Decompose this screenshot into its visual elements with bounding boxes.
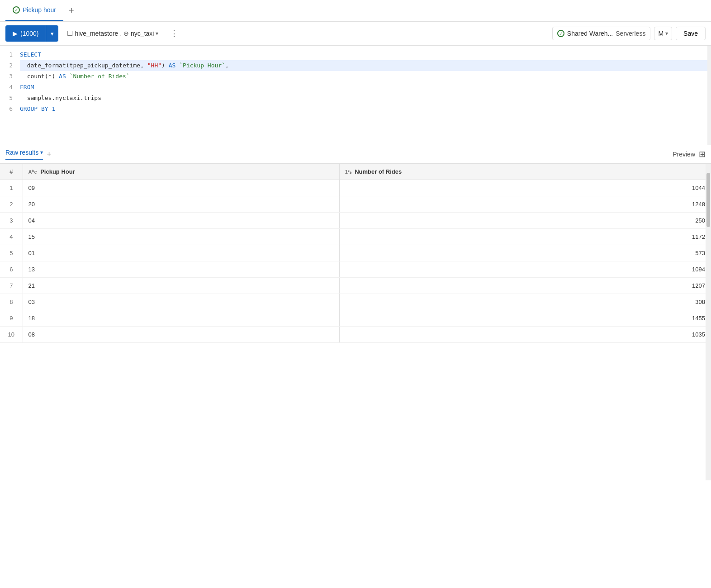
cell-pickup-hour: 15 xyxy=(23,229,339,245)
run-dropdown-button[interactable]: ▾ xyxy=(46,25,58,42)
size-label: M xyxy=(658,30,664,37)
cell-rownum: 7 xyxy=(0,278,23,294)
table-row: 10 08 1035 xyxy=(0,327,711,343)
preview-button[interactable]: Preview xyxy=(673,151,695,158)
scrollbar-thumb[interactable] xyxy=(706,173,710,227)
raw-results-tab[interactable]: Raw results ▾ xyxy=(5,149,43,160)
col-header-rownum: # xyxy=(0,164,23,180)
code-content[interactable]: SELECT date_format(tpep_pickup_datetime,… xyxy=(18,46,711,145)
results-scrollbar[interactable] xyxy=(706,164,711,480)
line-numbers: 1 2 3 4 5 6 xyxy=(0,46,18,145)
warehouse-check-icon: ✓ xyxy=(557,30,564,37)
cell-num-rides: 1172 xyxy=(339,229,711,245)
db-chevron-icon: ▾ xyxy=(156,30,158,37)
serverless-label: Serverless xyxy=(616,30,645,37)
cell-num-rides: 308 xyxy=(339,294,711,310)
cell-num-rides: 573 xyxy=(339,245,711,261)
cell-pickup-hour: 21 xyxy=(23,278,339,294)
code-line-2: date_format(tpep_pickup_datetime, "HH") … xyxy=(20,60,711,71)
tab-bar: ✓ Pickup hour + xyxy=(0,0,711,22)
tab-check-icon: ✓ xyxy=(13,6,20,14)
cell-num-rides: 1207 xyxy=(339,278,711,294)
table-row: 6 13 1094 xyxy=(0,261,711,278)
code-line-4: FROM xyxy=(20,82,711,93)
tab-pickup-hour[interactable]: ✓ Pickup hour xyxy=(5,0,63,21)
warehouse-label: Shared Wareh... xyxy=(567,30,613,37)
cell-num-rides: 250 xyxy=(339,213,711,229)
table-row: 2 20 1248 xyxy=(0,196,711,213)
schema-icon: ⊖ xyxy=(123,30,129,37)
cell-pickup-hour: 09 xyxy=(23,180,339,196)
results-table-wrap[interactable]: # Aᴮc Pickup Hour 1²₃ Number of Rides 1 … xyxy=(0,164,711,480)
code-editor[interactable]: 1 2 3 4 5 6 SELECT date_format(tpep_pick… xyxy=(0,46,711,145)
cell-num-rides: 1035 xyxy=(339,327,711,343)
cell-pickup-hour: 03 xyxy=(23,294,339,310)
run-button[interactable]: ▶ (1000) xyxy=(5,25,46,42)
results-table: # Aᴮc Pickup Hour 1²₃ Number of Rides 1 … xyxy=(0,164,711,343)
cell-pickup-hour: 20 xyxy=(23,196,339,213)
db-separator: . xyxy=(120,30,122,37)
chevron-down-icon: ▾ xyxy=(51,30,54,37)
cell-rownum: 5 xyxy=(0,245,23,261)
layout-icon[interactable]: ⊞ xyxy=(699,149,706,159)
cell-rownum: 6 xyxy=(0,261,23,278)
cell-num-rides: 1044 xyxy=(339,180,711,196)
table-row: 7 21 1207 xyxy=(0,278,711,294)
code-line-1: SELECT xyxy=(20,49,711,60)
cell-rownum: 3 xyxy=(0,213,23,229)
size-selector[interactable]: M ▾ xyxy=(654,27,672,40)
cell-pickup-hour: 01 xyxy=(23,245,339,261)
cell-pickup-hour: 13 xyxy=(23,261,339,278)
col-label-num-rides: Number of Rides xyxy=(355,168,402,175)
toolbar: ▶ (1000) ▾ ☐ hive_metastore . ⊖ nyc_taxi… xyxy=(0,22,711,46)
string-type-icon: Aᴮc xyxy=(28,169,37,175)
play-icon: ▶ xyxy=(13,30,18,37)
raw-results-label: Raw results xyxy=(5,149,38,156)
run-label: (1000) xyxy=(20,30,38,37)
raw-results-chevron: ▾ xyxy=(40,149,43,156)
warehouse-selector[interactable]: ✓ Shared Wareh... Serverless xyxy=(552,27,651,40)
table-row: 8 03 308 xyxy=(0,294,711,310)
tab-label: Pickup hour xyxy=(23,6,56,14)
save-button[interactable]: Save xyxy=(676,27,706,40)
database-icon: ☐ xyxy=(67,29,73,38)
db-name-label: nyc_taxi xyxy=(131,30,154,37)
results-add-button[interactable]: + xyxy=(47,150,52,159)
cell-rownum: 1 xyxy=(0,180,23,196)
editor-scrollbar[interactable] xyxy=(707,46,711,145)
hive-metastore-selector[interactable]: ☐ hive_metastore . ⊖ nyc_taxi ▾ xyxy=(62,26,163,41)
cell-rownum: 2 xyxy=(0,196,23,213)
cell-num-rides: 1455 xyxy=(339,310,711,327)
table-row: 5 01 573 xyxy=(0,245,711,261)
cell-rownum: 10 xyxy=(0,327,23,343)
size-chevron-icon: ▾ xyxy=(665,30,668,37)
cell-num-rides: 1248 xyxy=(339,196,711,213)
table-header: # Aᴮc Pickup Hour 1²₃ Number of Rides xyxy=(0,164,711,180)
table-row: 9 18 1455 xyxy=(0,310,711,327)
cell-pickup-hour: 08 xyxy=(23,327,339,343)
cell-rownum: 8 xyxy=(0,294,23,310)
tab-add-button[interactable]: + xyxy=(63,0,80,21)
cell-pickup-hour: 04 xyxy=(23,213,339,229)
code-line-6: GROUP BY 1 xyxy=(20,104,711,114)
run-button-group: ▶ (1000) ▾ xyxy=(5,25,58,42)
cell-num-rides: 1094 xyxy=(339,261,711,278)
col-label-pickup-hour: Pickup Hour xyxy=(40,168,75,175)
code-line-5: samples.nyctaxi.trips xyxy=(20,93,711,104)
cell-pickup-hour: 18 xyxy=(23,310,339,327)
table-row: 1 09 1044 xyxy=(0,180,711,196)
table-row: 4 15 1172 xyxy=(0,229,711,245)
results-tbody: 1 09 1044 2 20 1248 3 04 250 4 15 1172 5… xyxy=(0,180,711,343)
cell-rownum: 4 xyxy=(0,229,23,245)
table-row: 3 04 250 xyxy=(0,213,711,229)
col-header-num-rides: 1²₃ Number of Rides xyxy=(339,164,711,180)
hive-store-label: hive_metastore xyxy=(75,30,118,37)
more-options-button[interactable]: ⋮ xyxy=(167,26,181,41)
results-bar: Raw results ▾ + Preview ⊞ xyxy=(0,145,711,164)
col-header-pickup-hour: Aᴮc Pickup Hour xyxy=(23,164,339,180)
cell-rownum: 9 xyxy=(0,310,23,327)
code-line-3: count(*) AS `Number of Rides` xyxy=(20,71,711,82)
number-type-icon: 1²₃ xyxy=(345,169,351,175)
